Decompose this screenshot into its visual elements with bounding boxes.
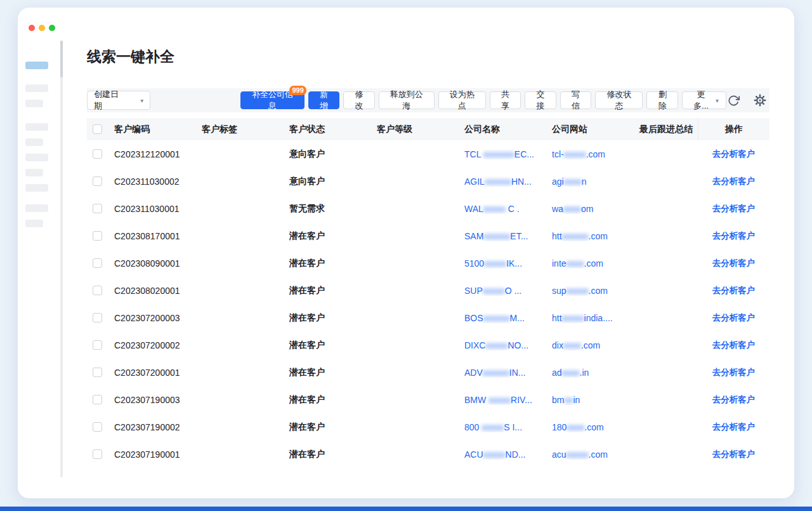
company-website-link[interactable]: bmxxin (550, 395, 638, 405)
toolbar-button[interactable]: 设为热点 (438, 91, 486, 109)
row-checkbox[interactable] (93, 231, 102, 241)
analyze-customer-link[interactable]: 去分析客户 (712, 176, 756, 186)
close-window-icon[interactable] (29, 25, 35, 31)
operation-cell: 去分析客户 (698, 421, 769, 433)
row-checkbox-cell (87, 231, 112, 241)
sidebar-item[interactable] (25, 184, 48, 192)
row-checkbox[interactable] (93, 286, 102, 295)
row-checkbox[interactable] (93, 422, 102, 432)
toolbar-button[interactable]: 释放到公海 (379, 91, 435, 109)
analyze-customer-link[interactable]: 去分析客户 (712, 204, 756, 213)
company-name-link[interactable]: WALxxxxx C . (462, 204, 550, 214)
company-website-link[interactable]: 180xxxx.com (550, 422, 638, 432)
company-name-link[interactable]: BOSxxxxxxM... (462, 313, 550, 323)
content-scrollbar[interactable] (60, 41, 63, 477)
analyze-customer-link[interactable]: 去分析客户 (712, 395, 756, 404)
analyze-customer-link[interactable]: 去分析客户 (712, 149, 756, 159)
analyze-customer-link[interactable]: 去分析客户 (712, 422, 756, 432)
company-name-link[interactable]: BMW xxxxxRIV... (462, 395, 550, 405)
row-checkbox-cell (87, 176, 112, 186)
company-website-link[interactable]: intexxxx.com (550, 258, 638, 269)
company-name-link[interactable]: ACUxxxxxND... (462, 449, 550, 460)
row-checkbox[interactable] (93, 176, 102, 186)
complete-company-info-button[interactable]: 补全公司信息 999 (240, 91, 304, 109)
row-checkbox[interactable] (93, 258, 102, 268)
more-button[interactable]: 更多... ▾ (682, 91, 726, 109)
column-header-company-website: 公司网站 (550, 124, 638, 135)
column-header-operation: 操作 (698, 118, 769, 140)
customer-status: 潜在客户 (287, 285, 375, 296)
operation-cell: 去分析客户 (698, 367, 769, 378)
company-name-link[interactable]: ADVxxxxxxIN... (462, 368, 550, 378)
company-website-link[interactable]: httxxxxxx.com (550, 231, 638, 241)
customer-code: C202307190001 (112, 449, 200, 460)
sidebar-item[interactable] (25, 100, 43, 107)
analyze-customer-link[interactable]: 去分析客户 (712, 368, 756, 377)
row-checkbox[interactable] (93, 368, 102, 377)
operation-cell: 去分析客户 (698, 203, 769, 215)
analyze-customer-link[interactable]: 去分析客户 (712, 340, 756, 350)
select-all-checkbox[interactable] (93, 124, 102, 134)
company-website-link[interactable]: waxxxxom (550, 204, 638, 214)
page-title: 线索一键补全 (87, 46, 769, 67)
company-name-link[interactable]: 800 xxxxxS I... (462, 422, 550, 432)
customer-code: C202311030001 (112, 204, 200, 214)
table-row: C202307200003潜在客户BOSxxxxxxM...httxxxxxin… (87, 304, 769, 331)
company-name-link[interactable]: DIXCxxxxxNO... (462, 340, 550, 350)
company-name-link[interactable]: SAMxxxxxxET... (462, 231, 550, 241)
toolbar-button[interactable]: 修改状态 (595, 91, 643, 109)
row-checkbox[interactable] (93, 340, 102, 350)
sidebar-item[interactable] (25, 123, 48, 131)
table-row: C202307190001潜在客户ACUxxxxxND...acuxxxxx.c… (87, 441, 769, 468)
toolbar-button[interactable]: 删除 (646, 91, 678, 109)
table-row: C202307190002潜在客户800 xxxxxS I...180xxxx.… (87, 413, 769, 441)
company-name-link[interactable]: 5100xxxxxIK... (462, 258, 550, 269)
company-name-link[interactable]: SUPxxxxxO ... (462, 286, 550, 296)
customer-status: 意向客户 (287, 176, 375, 187)
row-checkbox[interactable] (93, 313, 102, 322)
operation-cell: 去分析客户 (698, 176, 769, 187)
toolbar-button[interactable]: 写信 (560, 91, 592, 109)
company-website-link[interactable]: httxxxxxindia.... (550, 313, 638, 323)
minimize-window-icon[interactable] (39, 25, 45, 31)
scrollbar-thumb[interactable] (60, 41, 63, 77)
gear-icon[interactable] (753, 93, 767, 107)
toolbar-button[interactable]: 修改 (343, 91, 375, 109)
company-website-link[interactable]: agixxxxn (550, 176, 638, 187)
maximize-window-icon[interactable] (49, 25, 55, 31)
row-checkbox[interactable] (93, 204, 102, 213)
sidebar-item-active[interactable] (25, 62, 48, 69)
row-checkbox[interactable] (93, 149, 102, 159)
analyze-customer-link[interactable]: 去分析客户 (712, 258, 756, 268)
sidebar-item[interactable] (25, 154, 48, 161)
row-checkbox[interactable] (93, 449, 102, 459)
company-website-link[interactable]: tcl-xxxxx.com (550, 149, 638, 159)
sidebar-item[interactable] (25, 84, 48, 92)
company-website-link[interactable]: acuxxxxx.com (550, 449, 638, 460)
toolbar-icon-group (726, 93, 769, 107)
table-row: C202308170001潜在客户SAMxxxxxxET...httxxxxxx… (87, 222, 769, 249)
refresh-icon[interactable] (726, 93, 740, 107)
sidebar-item[interactable] (25, 138, 43, 146)
company-website-link[interactable]: supxxxxx.com (550, 286, 638, 296)
date-filter-select[interactable]: 创建日期 ▾ (87, 91, 150, 110)
analyze-customer-link[interactable]: 去分析客户 (712, 231, 756, 241)
toolbar-button[interactable]: 交接 (525, 91, 556, 109)
row-checkbox[interactable] (93, 395, 102, 404)
toolbar-button[interactable]: 共享 (490, 91, 521, 109)
analyze-customer-link[interactable]: 去分析客户 (712, 449, 756, 459)
company-website-link[interactable]: adxxxx.in (550, 368, 638, 378)
sidebar-item[interactable] (25, 169, 43, 176)
customer-code: C202308090001 (112, 258, 200, 269)
customer-code: C202307200002 (112, 340, 200, 350)
sidebar-item[interactable] (25, 204, 48, 212)
company-name-link[interactable]: AGILxxxxxxHN... (462, 176, 550, 187)
company-website-link[interactable]: dixxxxx.com (550, 340, 638, 350)
table-row: C202307190003潜在客户BMW xxxxxRIV...bmxxin去分… (87, 386, 769, 413)
sidebar-item[interactable] (25, 220, 43, 227)
add-button[interactable]: 新增 (308, 91, 340, 109)
row-checkbox-cell (87, 313, 112, 322)
analyze-customer-link[interactable]: 去分析客户 (712, 286, 756, 295)
company-name-link[interactable]: TCL xxxxxxxEC... (462, 149, 550, 159)
analyze-customer-link[interactable]: 去分析客户 (712, 313, 756, 322)
